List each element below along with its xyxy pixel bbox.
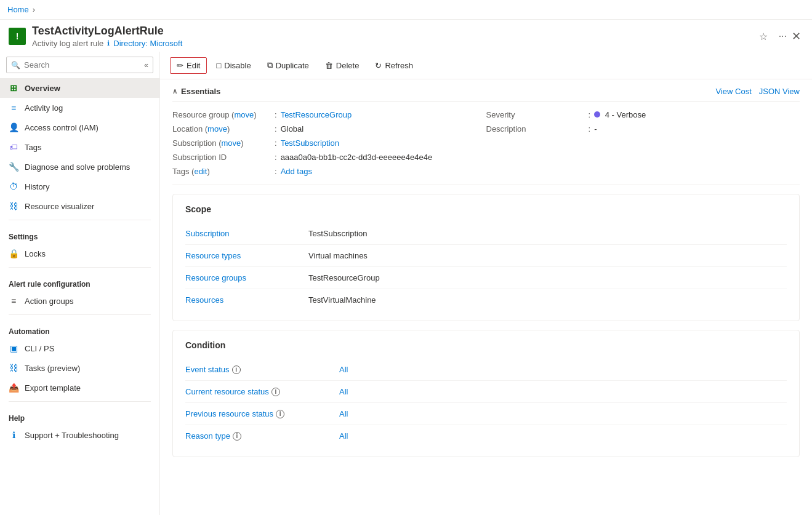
subscription-id-value: aaaa0a0a-bb1b-cc2c-dd3d-eeeeee4e4e4e — [281, 153, 433, 162]
json-view-link[interactable]: JSON View — [759, 87, 800, 96]
subscription-value: TestSubscription — [281, 138, 339, 148]
automation-section-label: Automation — [0, 319, 159, 338]
subscription-link[interactable]: TestSubscription — [281, 138, 339, 148]
sidebar-item-action-groups-label: Action groups — [25, 297, 74, 306]
tasks-icon: ⛓ — [9, 363, 18, 373]
condition-event-status-value: All — [339, 359, 787, 381]
sidebar-item-tasks[interactable]: ⛓ Tasks (preview) — [0, 358, 159, 378]
sidebar-item-locks[interactable]: 🔒 Locks — [0, 244, 159, 263]
severity-text: 4 - Verbose — [605, 110, 646, 119]
sidebar-item-history-label: History — [25, 182, 49, 191]
description-label: Description — [486, 124, 585, 134]
collapse-sidebar-icon[interactable]: « — [144, 61, 148, 70]
scope-resources-label: Resources — [185, 289, 308, 311]
event-status-info-icon: i — [232, 365, 241, 374]
location-label: Location (move) — [172, 124, 271, 134]
delete-label: Delete — [336, 61, 360, 70]
resource-visualizer-icon: ⛓ — [9, 201, 18, 211]
more-options-button[interactable]: ··· — [776, 30, 789, 43]
sidebar-item-resource-visualizer-label: Resource visualizer — [25, 202, 94, 211]
sidebar-item-history[interactable]: ⏱ History — [0, 177, 159, 196]
severity-label: Severity — [486, 110, 585, 119]
refresh-button[interactable]: ↻ Refresh — [368, 57, 420, 74]
favorite-button[interactable]: ☆ — [757, 30, 770, 44]
scope-grid: Subscription TestSubscription Resource t… — [185, 223, 787, 311]
history-icon: ⏱ — [9, 182, 18, 191]
essentials-title-text: Essentials — [181, 87, 220, 96]
essentials-title: ∧ Essentials — [172, 87, 220, 96]
close-button[interactable]: ✕ — [789, 28, 803, 44]
sidebar-item-cli-ps[interactable]: ▣ CLI / PS — [0, 338, 159, 358]
sidebar-item-support[interactable]: ℹ Support + Troubleshooting — [0, 425, 159, 445]
previous-status-info-icon: i — [276, 410, 284, 418]
sidebar-item-tags[interactable]: 🏷 Tags — [0, 137, 159, 157]
delete-button[interactable]: 🗑 Delete — [318, 57, 366, 74]
sidebar-item-support-label: Support + Troubleshooting — [25, 431, 119, 440]
sidebar-item-access-control[interactable]: 👤 Access control (IAM) — [0, 118, 159, 137]
search-input[interactable] — [6, 57, 153, 73]
content-scroll: ∧ Essentials View Cost JSON View Resourc… — [160, 79, 812, 515]
condition-previous-status-value: All — [339, 403, 787, 425]
location-move-link[interactable]: move — [207, 124, 227, 134]
resource-group-move-link[interactable]: move — [234, 110, 254, 119]
breadcrumb-separator: › — [33, 5, 35, 14]
essentials-row-severity: Severity : 4 - Verbose — [486, 108, 800, 122]
refresh-icon: ↻ — [375, 61, 382, 70]
condition-event-status-label: Event status i — [185, 359, 339, 381]
essentials-collapse-icon[interactable]: ∧ — [172, 87, 177, 95]
edit-button[interactable]: ✏ Edit — [170, 57, 207, 74]
sidebar-item-cli-ps-label: CLI / PS — [25, 344, 54, 353]
resource-group-value: TestResourceGroup — [281, 110, 352, 119]
sidebar-item-diagnose-label: Diagnose and solve problems — [25, 162, 130, 172]
resource-type-label: Activity log alert rule — [32, 39, 103, 48]
subscription-move-link[interactable]: move — [221, 138, 241, 148]
search-icon: 🔍 — [11, 61, 20, 70]
toolbar: ✏ Edit □ Disable ⧉ Duplicate 🗑 Delete ↻ — [160, 52, 812, 79]
resource-group-link[interactable]: TestResourceGroup — [281, 110, 352, 119]
condition-current-status-value: All — [339, 381, 787, 403]
essentials-row-tags: Tags (edit) : Add tags — [172, 164, 486, 178]
content-area: ✏ Edit □ Disable ⧉ Duplicate 🗑 Delete ↻ — [160, 52, 812, 515]
action-groups-icon: ≡ — [9, 296, 18, 306]
tags-value[interactable]: Add tags — [281, 167, 312, 176]
view-cost-link[interactable]: View Cost — [715, 87, 751, 96]
tags-edit-link[interactable]: edit — [194, 167, 207, 176]
essentials-row-location: Location (move) : Global — [172, 122, 486, 136]
breadcrumb-home[interactable]: Home — [7, 5, 29, 14]
edit-icon: ✏ — [177, 61, 183, 70]
locks-icon: 🔒 — [9, 249, 18, 258]
scope-resource-groups-value: TestResourceGroup — [308, 267, 787, 289]
scope-title: Scope — [185, 204, 787, 214]
resource-group-label: Resource group (move) — [172, 110, 271, 119]
sidebar-item-action-groups[interactable]: ≡ Action groups — [0, 291, 159, 311]
sidebar-item-export-label: Export template — [25, 383, 81, 393]
refresh-label: Refresh — [385, 61, 413, 70]
duplicate-button[interactable]: ⧉ Duplicate — [260, 57, 316, 74]
condition-reason-type-value: All — [339, 425, 787, 447]
condition-grid: Event status i All Current resource stat… — [185, 359, 787, 447]
divider-alert — [9, 267, 151, 268]
divider-help — [9, 401, 151, 402]
overview-icon: ⊞ — [9, 83, 18, 93]
scope-subscription-label: Subscription — [185, 223, 308, 245]
sidebar-item-resource-visualizer[interactable]: ⛓ Resource visualizer — [0, 196, 159, 216]
sidebar-item-overview[interactable]: ⊞ Overview — [0, 78, 159, 98]
disable-icon: □ — [216, 61, 221, 70]
sidebar-item-activity-log[interactable]: ≡ Activity log — [0, 98, 159, 118]
location-value: Global — [281, 124, 304, 134]
sidebar: 🔍 « ⊞ Overview ≡ Activity log 👤 Access c… — [0, 52, 160, 515]
access-control-icon: 👤 — [9, 122, 18, 132]
disable-button[interactable]: □ Disable — [209, 57, 257, 74]
sidebar-item-locks-label: Locks — [25, 249, 46, 258]
condition-previous-status-label: Previous resource status i — [185, 403, 339, 425]
description-value: - — [594, 124, 597, 134]
settings-section-label: Settings — [0, 224, 159, 244]
divider-settings — [9, 220, 151, 220]
scope-resources-value: TestVirtualMachine — [308, 289, 787, 311]
sidebar-item-export[interactable]: 📤 Export template — [0, 378, 159, 397]
sidebar-item-activity-log-label: Activity log — [25, 103, 63, 113]
sidebar-item-diagnose[interactable]: 🔧 Diagnose and solve problems — [0, 157, 159, 177]
directory-label: Directory: Microsoft — [113, 39, 182, 48]
scope-subscription-value: TestSubscription — [308, 223, 787, 245]
severity-dot — [594, 111, 600, 118]
